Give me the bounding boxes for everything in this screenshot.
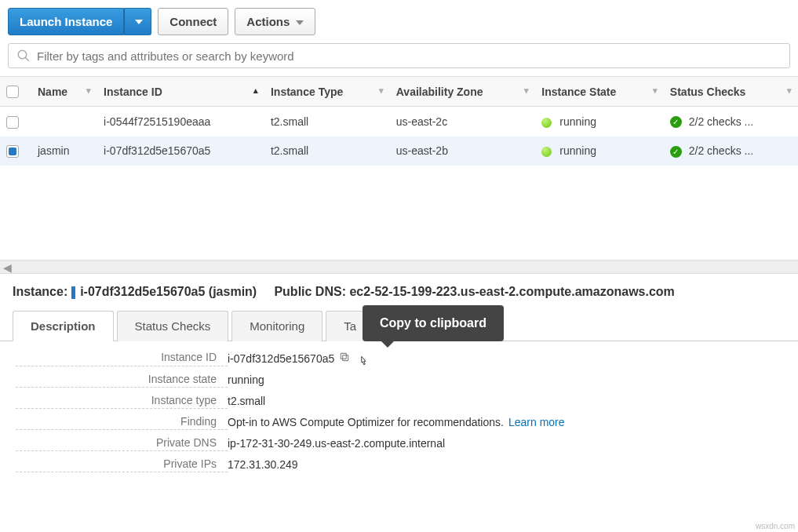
column-availability-zone[interactable]: Availability Zone▾ xyxy=(390,77,536,107)
column-status-checks[interactable]: Status Checks▾ xyxy=(664,77,798,107)
label-finding: Finding xyxy=(16,415,228,430)
column-instance-type[interactable]: Instance Type▾ xyxy=(264,77,390,107)
tab-status-checks[interactable]: Status Checks xyxy=(117,311,229,341)
cell-instance-id: i-0544f72515190eaaa xyxy=(97,107,264,137)
cell-instance-type: t2.small xyxy=(264,137,390,166)
tab-description[interactable]: Description xyxy=(13,311,114,341)
value-instance-state: running xyxy=(228,373,264,388)
svg-rect-3 xyxy=(341,354,347,359)
connect-button[interactable]: Connect xyxy=(158,8,228,35)
detail-tabs: Description Status Checks Monitoring Ta … xyxy=(0,310,798,341)
cell-instance-id: i-07df312d5e15670a5 xyxy=(97,137,264,166)
row-checkbox[interactable] xyxy=(6,116,19,129)
value-instance-type: t2.small xyxy=(228,394,265,409)
check-circle-icon: ✓ xyxy=(670,146,682,158)
copy-tooltip: Copy to clipboard xyxy=(363,305,504,341)
value-private-ips: 172.31.30.249 xyxy=(228,457,298,472)
column-name[interactable]: Name▾ xyxy=(31,77,97,107)
cell-availability-zone: us-east-2c xyxy=(390,107,536,137)
cell-availability-zone: us-east-2b xyxy=(390,137,536,166)
copy-icon[interactable] xyxy=(339,352,350,365)
svg-line-1 xyxy=(25,57,29,61)
cursor-pointer-icon xyxy=(356,354,370,370)
toolbar: Launch Instance Connect Actions xyxy=(0,0,798,43)
table-row[interactable]: jasmin i-07df312d5e15670a5 t2.small us-e… xyxy=(0,137,798,166)
svg-point-0 xyxy=(18,50,27,59)
cell-instance-state: running xyxy=(535,137,663,166)
actions-button[interactable]: Actions xyxy=(235,8,315,35)
search-icon xyxy=(16,49,31,63)
detail-header: Instance: i-07df312d5e15670a5 (jasmin) P… xyxy=(0,274,798,310)
detail-instance-id: i-07df312d5e15670a5 (jasmin) xyxy=(80,285,257,298)
launch-instance-group: Launch Instance xyxy=(8,8,151,35)
cell-status-checks: ✓ 2/2 checks ... xyxy=(664,137,798,166)
learn-more-link[interactable]: Learn more xyxy=(508,416,565,428)
chevron-left-icon: ◀ xyxy=(3,261,12,274)
selection-marker-icon xyxy=(71,286,75,299)
detail-public-dns: ec2-52-15-199-223.us-east-2.compute.amaz… xyxy=(349,285,674,298)
table-row[interactable]: i-0544f72515190eaaa t2.small us-east-2c … xyxy=(0,107,798,137)
tab-monitoring[interactable]: Monitoring xyxy=(231,311,322,341)
launch-instance-dropdown[interactable] xyxy=(124,8,151,35)
value-private-dns: ip-172-31-30-249.us-east-2.compute.inter… xyxy=(228,436,445,451)
label-instance-state: Instance state xyxy=(16,373,228,388)
cell-status-checks: ✓ 2/2 checks ... xyxy=(664,107,798,137)
caret-down-icon xyxy=(296,20,304,25)
column-instance-state[interactable]: Instance State▾ xyxy=(535,77,663,107)
filter-input[interactable] xyxy=(37,49,782,63)
launch-instance-button[interactable]: Launch Instance xyxy=(8,8,124,35)
description-panel: Instance ID i-07df312d5e15670a5 Instance… xyxy=(0,341,798,482)
label-private-ips: Private IPs xyxy=(16,457,228,472)
cell-name: jasmin xyxy=(31,137,97,166)
label-instance-type: Instance type xyxy=(16,394,228,409)
cell-instance-type: t2.small xyxy=(264,107,390,137)
pane-splitter[interactable]: ◀ xyxy=(0,260,798,274)
cell-instance-state: running xyxy=(535,107,663,137)
value-instance-id: i-07df312d5e15670a5 xyxy=(228,352,334,365)
cell-name xyxy=(31,107,97,137)
status-running-icon xyxy=(541,118,552,128)
column-instance-id[interactable]: Instance ID▴ xyxy=(97,77,264,107)
svg-rect-2 xyxy=(343,355,348,361)
value-finding: Opt-in to AWS Compute Optimizer for reco… xyxy=(228,416,504,428)
caret-down-icon xyxy=(135,20,143,24)
actions-label: Actions xyxy=(246,15,290,28)
row-checkbox[interactable] xyxy=(6,145,19,158)
status-running-icon xyxy=(541,147,552,157)
select-all-checkbox[interactable] xyxy=(6,86,19,98)
label-private-dns: Private DNS xyxy=(16,436,228,451)
instances-table: Name▾ Instance ID▴ Instance Type▾ Availa… xyxy=(0,76,798,166)
filter-bar[interactable] xyxy=(8,43,790,68)
check-circle-icon: ✓ xyxy=(670,116,682,128)
label-instance-id: Instance ID xyxy=(16,351,228,366)
